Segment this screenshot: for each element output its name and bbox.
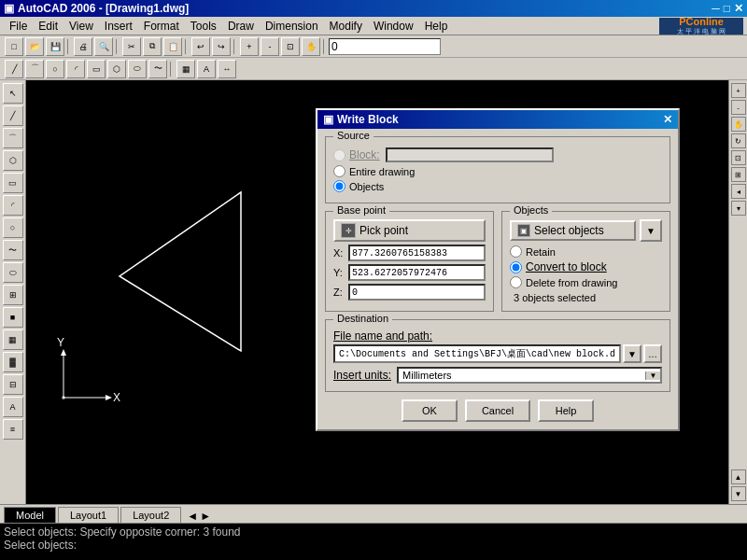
toolbar-open[interactable]: 📂 [25, 37, 44, 56]
toolbar-preview[interactable]: 🔍 [94, 37, 113, 56]
toolbar-circle[interactable]: ○ [46, 60, 64, 78]
toolbar-pan[interactable]: ✋ [302, 37, 320, 56]
left-tb-select[interactable]: ↖ [3, 83, 23, 104]
z-coord-row: Z: [333, 284, 486, 301]
toolbar-zoom-in[interactable]: + [240, 37, 259, 56]
toolbar-spline[interactable]: 〜 [148, 60, 167, 78]
toolbar-area: □ 📂 💾 🖨 🔍 ✂ ⧉ 📋 ↩ ↪ + - ⊡ ✋ 0 ╱ ⌒ ○ ◜ ▭ … [0, 35, 747, 80]
layout1-tab[interactable]: Layout1 [58, 507, 119, 523]
toolbar-save[interactable]: 💾 [46, 37, 64, 56]
toolbar-redo[interactable]: ↪ [212, 37, 231, 56]
menu-help[interactable]: Help [419, 18, 454, 35]
drawing-canvas: X Y ▣ Write Block ✕ Source [26, 80, 728, 504]
menu-format[interactable]: Format [138, 18, 185, 35]
toolbar-undo[interactable]: ↩ [191, 37, 210, 56]
right-tb-named[interactable]: ▾ [731, 201, 746, 216]
tab-scroll-left[interactable]: ◄ [187, 510, 198, 523]
dialog-title-icon: ▣ [323, 113, 333, 126]
menu-modify[interactable]: Modify [324, 18, 368, 35]
toolbar-arc[interactable]: ◜ [66, 60, 85, 78]
left-tb-gradient[interactable]: ▓ [3, 352, 23, 372]
left-tb-text[interactable]: A [3, 397, 23, 417]
toolbar-dimension[interactable]: ↔ [218, 60, 236, 78]
toolbar-cut[interactable]: ✂ [122, 37, 141, 56]
toolbar-print[interactable]: 🖨 [74, 37, 92, 56]
y-input[interactable] [348, 264, 486, 281]
right-tb-pan[interactable]: ✋ [731, 117, 746, 132]
right-tb-extents[interactable]: ⊡ [731, 150, 746, 165]
tab-scroll-right[interactable]: ► [200, 510, 211, 523]
z-input[interactable] [348, 284, 486, 301]
toolbar-rect[interactable]: ▭ [87, 60, 106, 78]
insert-units-arrow[interactable]: ▼ [645, 371, 660, 380]
left-tb-spline[interactable]: 〜 [3, 240, 23, 260]
toolbar-zoom-out[interactable]: - [261, 37, 279, 56]
x-input[interactable] [348, 245, 486, 261]
left-tb-insert[interactable]: ⊞ [3, 285, 23, 305]
toolbar-paste[interactable]: 📋 [163, 37, 182, 56]
right-tb-prev[interactable]: ◂ [731, 184, 746, 199]
right-tb-orbit[interactable]: ↻ [731, 133, 746, 148]
ok-button[interactable]: OK [402, 399, 458, 422]
left-tb-block[interactable]: ■ [3, 307, 23, 328]
menu-draw[interactable]: Draw [222, 18, 260, 35]
menu-file[interactable]: File [4, 18, 33, 35]
left-tb-hatch[interactable]: ▦ [3, 329, 23, 350]
layer-dropdown[interactable]: 0 [329, 38, 441, 55]
left-tb-ellipse[interactable]: ⬭ [3, 262, 23, 283]
left-tb-rect[interactable]: ▭ [3, 173, 23, 193]
toolbar-hatch[interactable]: ▦ [176, 60, 195, 78]
cancel-button[interactable]: Cancel [465, 399, 530, 422]
right-tb-window[interactable]: ⊞ [731, 167, 746, 182]
path-dropdown-btn[interactable]: ▼ [623, 344, 641, 363]
select-objects-row: ▣ Select objects ▼ [510, 219, 662, 242]
delete-from-drawing-radio[interactable] [510, 276, 522, 288]
left-tb-polyline[interactable]: ⌒ [3, 128, 23, 148]
dialog-title-bar[interactable]: ▣ Write Block ✕ [317, 110, 678, 129]
block-radio[interactable] [333, 149, 345, 161]
toolbar-zoom-all[interactable]: ⊡ [281, 37, 300, 56]
menu-view[interactable]: View [63, 18, 99, 35]
left-tb-circle[interactable]: ○ [3, 217, 23, 238]
toolbar-polyline[interactable]: ⌒ [25, 60, 44, 78]
toolbar-ellipse[interactable]: ⬭ [128, 60, 147, 78]
close-btn[interactable]: ✕ [734, 2, 743, 15]
left-tb-line[interactable]: ╱ [3, 105, 23, 126]
select-objects-button[interactable]: ▣ Select objects [510, 220, 636, 241]
entire-drawing-radio[interactable] [333, 165, 345, 177]
dialog-close-btn[interactable]: ✕ [663, 113, 672, 126]
model-tab[interactable]: Model [4, 507, 56, 523]
minimize-btn[interactable]: ─ [712, 2, 720, 15]
toolbar-line[interactable]: ╱ [5, 60, 23, 78]
menu-tools[interactable]: Tools [185, 18, 222, 35]
pick-point-button[interactable]: ✛ Pick point [333, 219, 486, 242]
retain-radio[interactable] [510, 245, 522, 258]
insert-units-combo[interactable]: Millimeters ▼ [397, 367, 662, 384]
menu-insert[interactable]: Insert [99, 18, 138, 35]
menu-window[interactable]: Window [368, 18, 419, 35]
left-tb-multiline[interactable]: ≡ [3, 419, 23, 440]
right-tb-zoom-out[interactable]: - [731, 100, 746, 115]
menu-dimension[interactable]: Dimension [260, 18, 324, 35]
toolbar-new[interactable]: □ [5, 37, 23, 56]
command-line-1: Select objects: Specify opposite corner:… [4, 525, 743, 539]
right-tb-zoom[interactable]: + [731, 83, 746, 98]
left-tb-arc[interactable]: ◜ [3, 195, 23, 216]
toolbar-polygon[interactable]: ⬡ [107, 60, 126, 78]
menu-edit[interactable]: Edit [33, 18, 63, 35]
objects-source-radio[interactable] [333, 180, 345, 192]
help-button[interactable]: Help [538, 399, 594, 422]
right-tb-scroll-down[interactable]: ▼ [731, 486, 746, 501]
toolbar-text[interactable]: A [197, 60, 216, 78]
block-name-input[interactable] [386, 147, 554, 162]
toolbar-copy[interactable]: ⧉ [143, 37, 162, 56]
maximize-btn[interactable]: □ [724, 2, 730, 15]
file-path-input[interactable] [333, 344, 621, 363]
browse-button[interactable]: … [643, 344, 662, 363]
left-tb-region[interactable]: ⊟ [3, 374, 23, 395]
layout2-tab[interactable]: Layout2 [120, 507, 181, 523]
right-tb-scroll-up[interactable]: ▲ [731, 469, 746, 484]
filter-button[interactable]: ▼ [640, 219, 662, 242]
left-tb-polygon[interactable]: ⬡ [3, 150, 23, 171]
convert-to-block-radio[interactable] [510, 261, 522, 273]
